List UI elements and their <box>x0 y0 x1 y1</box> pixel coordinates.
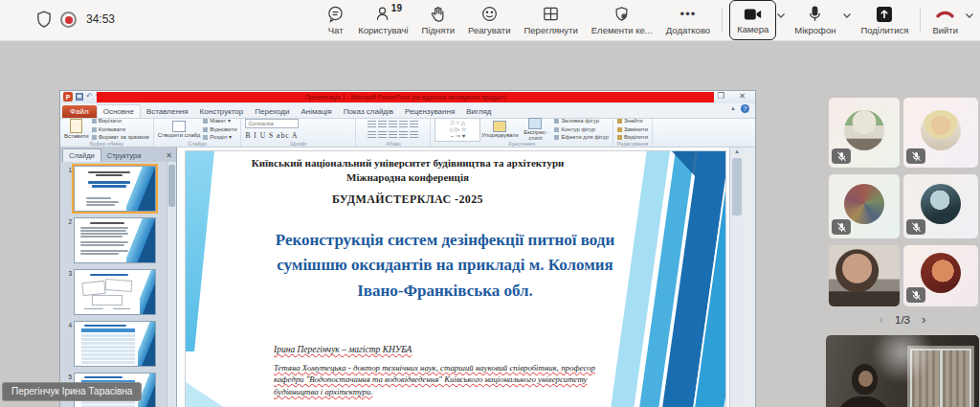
tab-transitions[interactable]: Переходи <box>249 105 295 118</box>
participant-tile-2[interactable] <box>903 98 978 168</box>
indent-increase-button[interactable] <box>399 121 408 128</box>
mic-muted-badge <box>906 219 925 235</box>
slide-number: 3 <box>62 269 72 315</box>
camera-chevron[interactable] <box>776 6 788 34</box>
participant-tile-1[interactable] <box>829 98 900 168</box>
participant-tile-5-video[interactable] <box>829 245 900 306</box>
maximize-button[interactable]: ❐ <box>717 91 724 101</box>
find-button[interactable]: Знайти <box>617 118 648 124</box>
participant-tile-4[interactable] <box>903 174 978 238</box>
shape-effects-button[interactable]: Ефекти для фігур <box>554 134 608 141</box>
copy-button[interactable]: Копіювати <box>92 126 149 133</box>
align-right-button[interactable] <box>389 131 397 139</box>
pagination-next-icon[interactable]: › <box>922 312 925 327</box>
panel-scrollbar[interactable] <box>167 162 176 407</box>
shapes-gallery[interactable]: □ ○ △ ◇ ▷ ☆ ~ ⇒ ♥ <box>434 118 480 142</box>
section-button[interactable]: Розділ ▾ <box>203 134 236 141</box>
raise-hand-button[interactable]: Підняти <box>415 1 462 39</box>
tab-slideshow[interactable]: Показ слайдів <box>338 105 399 118</box>
mic-chevron[interactable] <box>842 6 854 34</box>
quick-styles-button[interactable]: Експрес-стилі <box>519 118 551 142</box>
layout-button[interactable]: Макет ▾ <box>203 118 236 124</box>
camera-button[interactable]: Камера <box>729 0 776 40</box>
recording-indicator-icon <box>60 11 77 28</box>
panel-tabs: Слайди Структура ✕ <box>60 147 176 162</box>
video-person-face <box>858 371 873 387</box>
slide-author-1: Ірина Перегінчук – магістр КНУБА <box>274 345 412 354</box>
pagination-prev-icon[interactable]: ‹ <box>880 312 883 327</box>
indent-decrease-button[interactable] <box>389 121 397 128</box>
ribbon-collapse-icon[interactable]: ▲ <box>730 105 736 111</box>
slide-title: Реконструкція систем дезінфекції питної … <box>241 228 649 304</box>
hangup-icon <box>935 5 955 23</box>
tab-animations[interactable]: Анімація <box>295 105 337 118</box>
slide-thumbnail-4[interactable] <box>74 321 156 367</box>
columns-button[interactable] <box>410 131 418 139</box>
more-label: Додатково <box>666 25 710 35</box>
numbering-button[interactable] <box>378 121 387 128</box>
reset-button[interactable]: Відновити <box>203 126 236 133</box>
camera-icon <box>744 7 763 22</box>
participants-button[interactable]: 19 Користувачі <box>351 1 414 39</box>
view-button[interactable]: Переглянути <box>517 1 584 39</box>
replace-button[interactable]: Замінити <box>617 126 648 133</box>
leave-button[interactable]: Вийти <box>925 1 965 39</box>
leave-chevron[interactable] <box>965 6 976 34</box>
tab-file[interactable]: Файл <box>62 105 97 118</box>
breakout-rooms-button[interactable]: Елементи ке... <box>585 1 659 39</box>
tab-design[interactable]: Конструктор <box>194 105 250 118</box>
react-button[interactable]: Реагувати <box>461 1 517 39</box>
slide-thumbnail-2[interactable] <box>74 217 156 263</box>
more-button[interactable]: ••• Додатково <box>659 1 717 39</box>
slide-thumbnail-1[interactable] <box>74 166 156 212</box>
ribbon-group-clipboard: Вставити Вирізати Копіювати Формат за зр… <box>60 119 154 147</box>
shape-fill-button[interactable]: Заливка фігур <box>554 118 608 124</box>
select-button[interactable]: Виділити <box>617 134 648 141</box>
mic-button[interactable]: Мікрофон <box>788 1 842 39</box>
powerpoint-logo-icon[interactable]: P <box>63 92 73 102</box>
paste-button[interactable]: Вставити <box>64 119 89 140</box>
panel-tab-slides[interactable]: Слайди <box>62 148 101 162</box>
format-painter-button[interactable]: Формат за зразком <box>92 134 149 141</box>
shape-outline-button[interactable]: Контур фігур <box>554 126 608 133</box>
slide-org-line1: Київський національний університет будів… <box>224 157 591 169</box>
participant-tile-3[interactable] <box>829 174 900 238</box>
breakout-label: Елементи ке... <box>591 25 653 35</box>
presenter-name-tooltip: Перегінчук Ірина Тарасівна <box>2 382 142 401</box>
font-name-combobox[interactable]: Constantia <box>245 119 299 128</box>
tab-view[interactable]: Вигляд <box>460 105 497 118</box>
new-slide-button[interactable]: Створити слайд <box>158 121 201 139</box>
teams-meeting-window: 34:53 Чат 19 Користувачі <box>0 0 980 407</box>
line-spacing-button[interactable] <box>410 121 418 128</box>
mic-icon <box>806 5 824 23</box>
self-video-tile[interactable] <box>826 335 979 407</box>
panel-close-icon[interactable]: ✕ <box>162 151 176 162</box>
participants-pagination: ‹ 1/3 › <box>825 312 980 327</box>
slide-editor: Київський національний університет будів… <box>177 147 730 407</box>
bullets-button[interactable] <box>368 121 376 128</box>
save-icon[interactable] <box>76 93 83 101</box>
arrange-button[interactable]: Упорядкувати <box>483 121 516 139</box>
align-left-button[interactable] <box>368 131 376 139</box>
tab-home[interactable]: Основне <box>97 104 141 118</box>
align-center-button[interactable] <box>378 131 387 139</box>
participant-tile-6[interactable] <box>903 245 978 306</box>
ribbon: Вставити Вирізати Копіювати Формат за зр… <box>60 119 755 147</box>
tab-insert[interactable]: Вставлення <box>141 105 194 118</box>
cut-button[interactable]: Вирізати <box>92 118 149 124</box>
editor-scrollbar[interactable]: ▲ ▼ <box>729 147 744 407</box>
chat-button[interactable]: Чат <box>320 1 351 39</box>
scroll-up-icon[interactable]: ▲ <box>730 147 744 156</box>
chat-icon <box>326 5 345 23</box>
font-style-buttons[interactable]: B I U S abc A <box>245 131 299 140</box>
slide-canvas[interactable]: Київський національний університет будів… <box>185 150 726 407</box>
share-button[interactable]: Поділитися <box>854 1 915 39</box>
slide-thumbnail-3[interactable] <box>74 269 156 315</box>
justify-button[interactable] <box>399 131 408 139</box>
panel-tab-outline[interactable]: Структура <box>101 149 147 162</box>
close-button[interactable]: ✕ <box>739 91 746 101</box>
tab-review[interactable]: Рецензування <box>399 105 460 118</box>
help-icon[interactable]: ? <box>741 104 749 113</box>
slide-thumbnails: 1 2 <box>60 162 167 407</box>
undo-icon[interactable]: ↶ <box>86 92 93 102</box>
